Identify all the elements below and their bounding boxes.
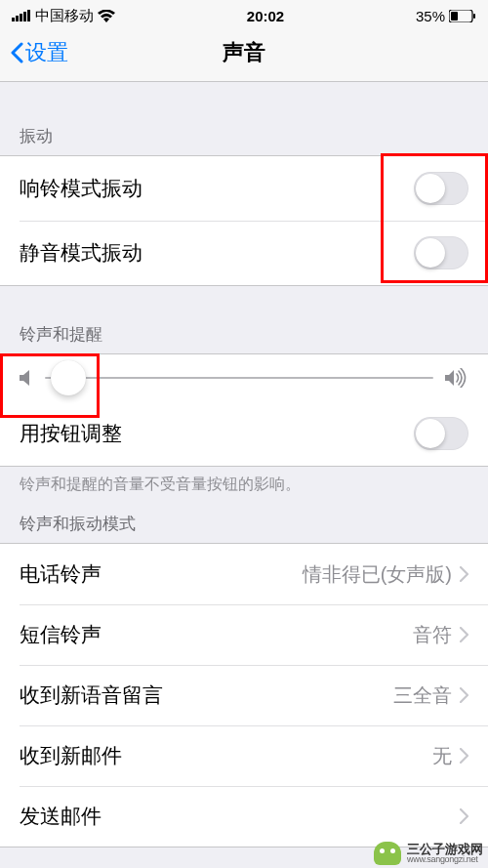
row-value: 音符	[413, 622, 452, 648]
list-group-vibration: 响铃模式振动 静音模式振动	[0, 155, 488, 286]
row-new-mail[interactable]: 收到新邮件 无	[0, 725, 488, 786]
status-bar: 中国移动 20:02 35%	[0, 0, 488, 27]
list-group-ringer: 用按钮调整	[0, 353, 488, 467]
row-volume-slider	[0, 354, 488, 401]
chevron-right-icon	[460, 808, 468, 824]
svg-rect-4	[27, 10, 30, 21]
row-label: 收到新邮件	[20, 742, 122, 769]
speaker-low-icon	[20, 369, 33, 387]
section-header-vibration: 振动	[0, 107, 488, 155]
page-title: 声音	[223, 38, 265, 67]
row-text-tone[interactable]: 短信铃声 音符	[0, 604, 488, 665]
svg-rect-0	[12, 18, 15, 21]
chevron-right-icon	[460, 566, 468, 582]
status-time: 20:02	[247, 8, 284, 24]
list-group-patterns: 电话铃声 情非得已(女声版) 短信铃声 音符 收到新语音留言 三全音 收到新邮件…	[0, 543, 488, 847]
status-left: 中国移动	[12, 7, 115, 25]
svg-rect-1	[16, 16, 19, 21]
signal-icon	[12, 10, 31, 21]
back-button[interactable]: 设置	[10, 38, 68, 67]
battery-icon	[449, 10, 476, 22]
row-label: 用按钮调整	[20, 420, 122, 447]
chevron-right-icon	[460, 627, 468, 642]
svg-rect-2	[20, 14, 22, 21]
carrier-label: 中国移动	[35, 7, 94, 25]
watermark-logo-icon	[374, 842, 401, 865]
back-label: 设置	[25, 38, 68, 67]
row-sent-mail[interactable]: 发送邮件	[0, 786, 488, 847]
row-label: 短信铃声	[20, 621, 102, 648]
svg-rect-7	[473, 14, 475, 19]
chevron-left-icon	[10, 42, 23, 63]
toggle-change-with-buttons[interactable]	[414, 417, 468, 450]
row-label: 收到新语音留言	[20, 682, 163, 709]
wifi-icon	[98, 10, 115, 22]
row-value: 情非得已(女声版)	[303, 561, 452, 588]
section-header-ringer: 铃声和提醒	[0, 286, 488, 353]
row-value: 三全音	[393, 682, 452, 709]
row-new-voicemail[interactable]: 收到新语音留言 三全音	[0, 665, 488, 725]
volume-slider[interactable]	[45, 377, 433, 379]
svg-rect-6	[451, 12, 458, 21]
row-label: 静音模式振动	[20, 239, 142, 267]
row-vibrate-on-ring: 响铃模式振动	[0, 156, 488, 221]
row-ringtone[interactable]: 电话铃声 情非得已(女声版)	[0, 544, 488, 604]
watermark-url: www.sangongzi.net	[407, 855, 483, 864]
watermark: 三公子游戏网 www.sangongzi.net	[374, 842, 483, 865]
speaker-high-icon	[445, 368, 468, 388]
svg-rect-3	[23, 12, 26, 21]
row-change-with-buttons: 用按钮调整	[0, 401, 488, 466]
section-header-patterns: 铃声和振动模式	[0, 509, 488, 543]
row-vibrate-on-silent: 静音模式振动	[0, 221, 488, 285]
row-value: 无	[432, 743, 452, 769]
slider-thumb[interactable]	[51, 360, 86, 395]
chevron-right-icon	[460, 687, 468, 703]
toggle-vibrate-on-ring[interactable]	[414, 172, 468, 205]
section-footer-ringer: 铃声和提醒的音量不受音量按钮的影响。	[0, 467, 488, 509]
chevron-right-icon	[460, 748, 468, 764]
status-right: 35%	[416, 8, 476, 24]
row-label: 电话铃声	[20, 560, 102, 588]
row-label: 响铃模式振动	[20, 175, 142, 202]
battery-percent: 35%	[416, 8, 445, 24]
nav-bar: 设置 声音	[0, 27, 488, 82]
row-label: 发送邮件	[20, 803, 102, 830]
toggle-vibrate-on-silent[interactable]	[414, 236, 468, 269]
